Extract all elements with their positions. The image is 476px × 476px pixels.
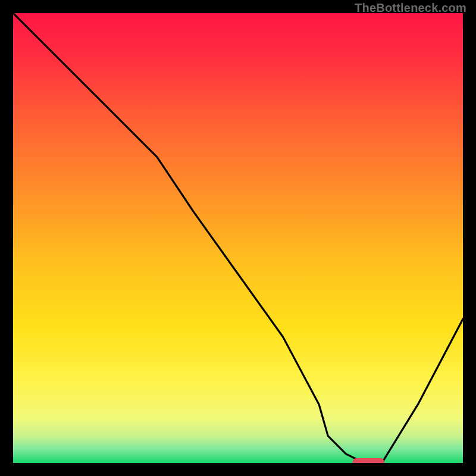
bottleneck-chart bbox=[0, 0, 476, 476]
chart-container: TheBottleneck.com bbox=[0, 0, 476, 476]
watermark-label: TheBottleneck.com bbox=[355, 1, 466, 15]
